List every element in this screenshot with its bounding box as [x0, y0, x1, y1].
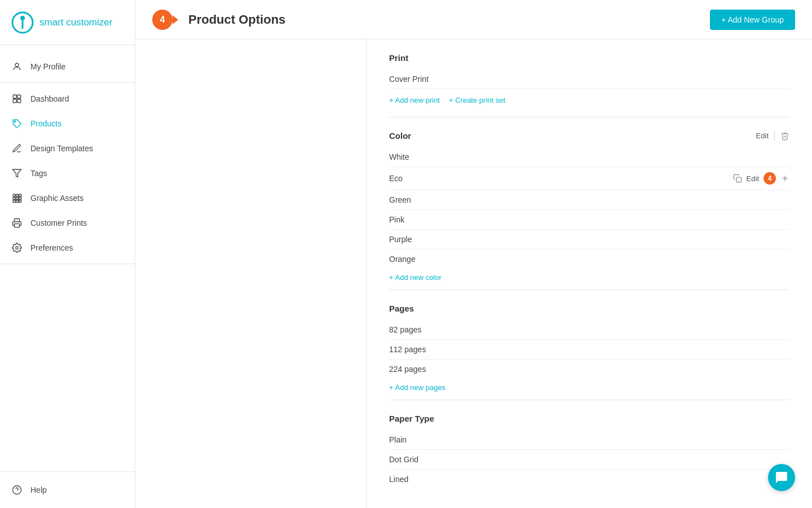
sidebar-logo: smart customizer: [0, 0, 135, 45]
option-label: Cover Print: [389, 75, 429, 84]
option-item-pink: Pink: [389, 210, 789, 230]
add-new-pages-link[interactable]: + Add new pages: [389, 383, 445, 392]
option-group-pages: Pages 82 pages 112 pages 224 pages + Add…: [389, 290, 789, 400]
sidebar-item-label: Tags: [30, 169, 47, 178]
color-group-actions: Edit: [756, 132, 789, 141]
copy-icon: [733, 174, 742, 183]
user-icon: [11, 61, 23, 72]
add-new-print-link[interactable]: + Add new print: [389, 96, 440, 104]
option-label: White: [389, 152, 409, 161]
sidebar-section-profile: My Profile: [0, 51, 135, 83]
trash-icon: [780, 132, 789, 141]
sidebar-item-preferences[interactable]: Preferences: [0, 235, 135, 260]
svg-rect-16: [13, 200, 15, 203]
option-item-green: Green: [389, 190, 789, 210]
step-badge: 4: [152, 10, 173, 30]
dashboard-icon: [11, 93, 23, 104]
option-group-print: Print Cover Print + Add new print + Crea…: [389, 40, 789, 117]
svg-point-21: [13, 486, 21, 494]
sidebar-item-label: Customer Prints: [30, 218, 87, 227]
svg-rect-12: [19, 194, 21, 196]
color-delete-button[interactable]: [780, 132, 789, 141]
option-label: Pink: [389, 215, 404, 224]
brand-name: smart customizer: [39, 17, 112, 28]
svg-point-3: [15, 63, 19, 67]
brand-logo-icon: [11, 11, 34, 34]
sidebar-item-label: Preferences: [30, 243, 73, 252]
option-label: Green: [389, 195, 411, 204]
color-edit-link[interactable]: Edit: [756, 132, 769, 140]
option-label: 112 pages: [389, 345, 426, 354]
svg-rect-5: [17, 95, 21, 98]
group-title-pages: Pages: [389, 304, 414, 313]
svg-rect-4: [13, 95, 16, 98]
chat-fab-button[interactable]: [768, 464, 795, 491]
content-area: Print Cover Print + Add new print + Crea…: [135, 40, 812, 508]
group-header-color: Color Edit: [389, 131, 789, 141]
sidebar-help[interactable]: Help: [0, 471, 135, 508]
help-label: Help: [30, 485, 47, 494]
option-item-224pages: 224 pages: [389, 360, 789, 379]
eco-copy-button[interactable]: [733, 174, 742, 183]
sidebar-item-label: My Profile: [30, 62, 65, 71]
group-header-print: Print: [389, 53, 789, 63]
option-item-112pages: 112 pages: [389, 340, 789, 360]
divider: [774, 132, 775, 141]
option-label: Dot Grid: [389, 455, 418, 464]
group-header-pages: Pages: [389, 304, 789, 313]
sidebar-item-my-profile[interactable]: My Profile: [0, 54, 135, 79]
sidebar-item-graphic-assets[interactable]: Graphic Assets: [0, 186, 135, 211]
sidebar-item-products[interactable]: Products: [0, 111, 135, 136]
eco-edit-link[interactable]: Edit: [747, 174, 759, 183]
svg-rect-17: [16, 200, 19, 203]
svg-rect-23: [736, 177, 742, 182]
sidebar-item-label: Graphic Assets: [30, 194, 83, 203]
add-new-group-button[interactable]: + Add New Group: [710, 10, 795, 30]
right-panel: Print Cover Print + Add new print + Crea…: [367, 40, 812, 508]
option-item-cover-print: Cover Print: [389, 69, 789, 89]
option-group-paper-type: Paper Type Plain Dot Grid Lined: [389, 400, 789, 494]
sidebar-item-dashboard[interactable]: Dashboard: [0, 86, 135, 111]
sidebar: smart customizer My Profile Dashboard: [0, 0, 135, 508]
gear-icon: [11, 242, 23, 253]
sidebar-item-label: Dashboard: [30, 94, 69, 103]
option-label: 224 pages: [389, 365, 426, 374]
svg-rect-13: [13, 198, 15, 200]
option-item-orange: Orange: [389, 249, 789, 269]
help-item[interactable]: Help: [11, 480, 123, 500]
add-new-color-link[interactable]: + Add new color: [389, 273, 442, 282]
option-label: Plain: [389, 435, 407, 444]
sidebar-navigation: My Profile Dashboard Products D: [0, 45, 135, 471]
page-title: Product Options: [188, 12, 285, 27]
sidebar-item-tags[interactable]: Tags: [0, 161, 135, 186]
eco-add-button[interactable]: [780, 174, 789, 183]
sidebar-section-main: Dashboard Products Design Templates Tags: [0, 83, 135, 264]
option-label: Lined: [389, 475, 408, 484]
sidebar-item-label: Design Templates: [30, 144, 93, 153]
svg-rect-18: [19, 200, 21, 203]
svg-rect-6: [13, 99, 16, 103]
option-item-lined: Lined: [389, 470, 789, 489]
option-item-white: White: [389, 147, 789, 167]
group-title-color: Color: [389, 131, 411, 141]
svg-marker-9: [13, 169, 21, 177]
option-item-plain: Plain: [389, 430, 789, 450]
option-item-82pages: 82 pages: [389, 320, 789, 340]
group-title-paper-type: Paper Type: [389, 414, 434, 423]
create-print-set-link[interactable]: + Create print set: [449, 96, 505, 104]
svg-rect-14: [16, 198, 19, 200]
option-label: Eco: [389, 174, 403, 183]
svg-rect-7: [17, 99, 21, 103]
option-item-eco: Eco Edit 4: [389, 167, 789, 190]
sidebar-item-customer-prints[interactable]: Customer Prints: [0, 211, 135, 235]
svg-point-8: [14, 121, 15, 122]
group-header-paper-type: Paper Type: [389, 414, 789, 423]
svg-rect-11: [16, 194, 19, 196]
svg-point-20: [16, 247, 19, 249]
sidebar-item-design-templates[interactable]: Design Templates: [0, 136, 135, 161]
chat-icon: [775, 471, 788, 484]
option-label: 82 pages: [389, 325, 422, 334]
filter-icon: [11, 168, 23, 179]
option-label: Orange: [389, 255, 416, 264]
option-label: Purple: [389, 235, 412, 244]
